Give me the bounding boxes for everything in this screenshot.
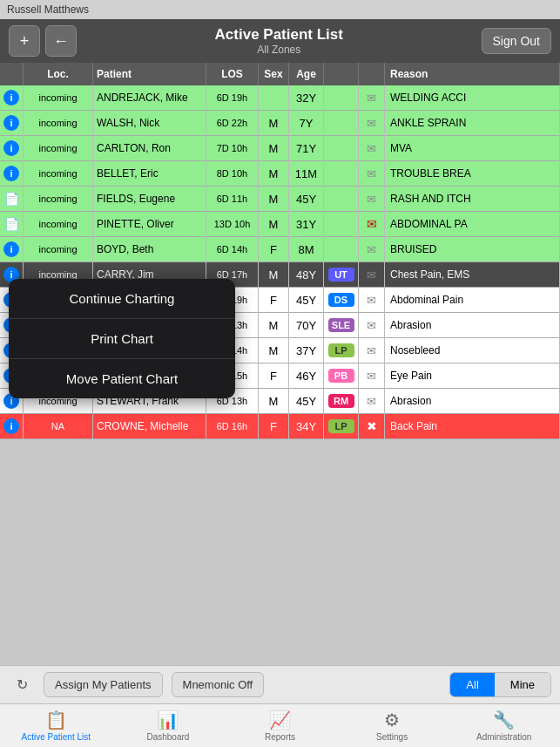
row-los: 8D 10h	[206, 161, 259, 187]
row-badge: PB	[324, 363, 359, 389]
row-age: 45Y	[289, 288, 324, 313]
mnemonic-off-button[interactable]: Mnemonic Off	[172, 672, 265, 697]
filter-mine-button[interactable]: Mine	[495, 673, 550, 696]
row-badge	[324, 85, 359, 111]
row-patient-name: BELLET, Eric	[93, 161, 206, 187]
tab-item-active-patient-list[interactable]: 📋Active Patient List	[0, 704, 112, 747]
row-badge: DS	[324, 288, 359, 313]
tab-item-reports[interactable]: 📈Reports	[224, 704, 336, 747]
row-age: 71Y	[289, 136, 324, 161]
sign-out-button[interactable]: Sign Out	[482, 28, 551, 54]
envelope-icon: ✉	[367, 344, 376, 357]
row-age: 11M	[289, 161, 324, 187]
info-icon: i	[3, 140, 19, 156]
info-icon: i	[3, 115, 19, 131]
row-age: 45Y	[289, 389, 324, 414]
user-bar: Russell Matthews	[0, 0, 560, 19]
tab-label: Administration	[476, 732, 531, 742]
move-patient-chart-item[interactable]: Move Patient Chart	[9, 359, 235, 398]
print-chart-item[interactable]: Print Chart	[9, 319, 235, 359]
user-name: Russell Matthews	[7, 3, 89, 16]
row-patient-name: CROWNE, Michelle	[93, 414, 206, 439]
row-icon: i	[0, 111, 24, 136]
row-chart-icon: ✉	[359, 85, 385, 111]
row-sex: M	[259, 212, 289, 237]
table-row[interactable]: iNACROWNE, Michelle6D 16hF34YLP✖Back Pai…	[0, 414, 560, 439]
tab-item-settings[interactable]: ⚙Settings	[336, 704, 449, 747]
table-row[interactable]: 📄incomingFIELDS, Eugene6D 11hM45Y✉RASH A…	[0, 187, 560, 212]
row-chart-icon: ✉	[359, 288, 385, 313]
tab-item-administration[interactable]: 🔧Administration	[448, 704, 560, 747]
row-age: 37Y	[289, 338, 324, 363]
add-button[interactable]: +	[9, 25, 40, 57]
col-header-indicator	[0, 63, 24, 85]
row-los: 6D 16h	[206, 414, 259, 439]
row-loc: NA	[24, 414, 93, 439]
row-chart-icon: ✉	[359, 262, 385, 288]
row-age: 32Y	[289, 85, 324, 111]
badge-label: LP	[328, 343, 354, 357]
row-reason: Chest Pain, EMS	[385, 262, 560, 288]
row-patient-name: FIELDS, Eugene	[93, 187, 206, 212]
header-left: + ←	[9, 25, 77, 57]
row-sex: M	[259, 187, 289, 212]
envelope-icon: ✉	[367, 92, 376, 105]
tab-icon: ⚙	[384, 710, 400, 730]
envelope-icon: ✉	[367, 268, 376, 282]
table-row[interactable]: 📄incomingPINETTE, Oliver13D 10hM31Y✉ABDO…	[0, 212, 560, 237]
badge-label: DS	[328, 293, 354, 307]
col-header-age: Age	[289, 63, 324, 85]
col-header-patient: Patient	[93, 63, 206, 85]
row-age: 31Y	[289, 212, 324, 237]
row-badge: UT	[324, 262, 359, 288]
table-row[interactable]: iincomingANDREJACK, Mike6D 19h32Y✉WELDIN…	[0, 85, 560, 111]
row-loc: incoming	[24, 161, 93, 187]
table-row[interactable]: iincomingBELLET, Eric8D 10hM11M✉TROUBLE …	[0, 161, 560, 187]
row-badge: RM	[324, 389, 359, 414]
table-row[interactable]: iincomingWALSH, Nick6D 22hM7Y✉ANKLE SPRA…	[0, 111, 560, 136]
row-sex: M	[259, 136, 289, 161]
col-header-sex: Sex	[259, 63, 289, 85]
back-button[interactable]: ←	[45, 25, 77, 57]
row-patient-name: CARLTON, Ron	[93, 136, 206, 161]
assign-my-patients-button[interactable]: Assign My Patients	[44, 672, 163, 697]
tab-icon: 📊	[157, 710, 179, 730]
row-loc: incoming	[24, 136, 93, 161]
info-icon: i	[3, 90, 19, 105]
filter-all-button[interactable]: All	[450, 673, 494, 696]
row-reason: WELDING ACCI	[385, 85, 560, 111]
envelope-icon: ✉	[367, 294, 376, 307]
row-icon: i	[0, 136, 24, 161]
row-reason: TROUBLE BREA	[385, 161, 560, 187]
row-reason: Eye Pain	[385, 363, 560, 389]
row-sex: M	[259, 262, 289, 288]
badge-label: RM	[328, 394, 354, 408]
badge-label: UT	[328, 268, 354, 282]
envelope-icon: ✉	[367, 370, 376, 383]
tab-icon: 📋	[45, 710, 67, 730]
row-loc: incoming	[24, 111, 93, 136]
tab-item-dashboard[interactable]: 📊Dashboard	[112, 704, 225, 747]
col-header-badge	[324, 63, 359, 85]
row-patient-name: PINETTE, Oliver	[93, 212, 206, 237]
table-row[interactable]: iincomingCARLTON, Ron7D 10hM71Y✉MVA	[0, 136, 560, 161]
row-icon: i	[0, 161, 24, 187]
table-row[interactable]: iincomingBOYD, Beth6D 14hF8M✉BRUISED	[0, 237, 560, 262]
row-chart-icon: ✖	[359, 414, 385, 439]
dropdown-menu: Continue Charting Print Chart Move Patie…	[9, 279, 235, 398]
row-chart-icon: ✉	[359, 313, 385, 338]
row-age: 45Y	[289, 187, 324, 212]
row-reason: Nosebleed	[385, 338, 560, 363]
row-los: 13D 10h	[206, 212, 259, 237]
row-icon: i	[0, 85, 24, 111]
col-header-reason: Reason	[385, 63, 560, 85]
col-header-los: LOS	[206, 63, 259, 85]
row-sex: F	[259, 414, 289, 439]
row-reason: BRUISED	[385, 237, 560, 262]
row-age: 46Y	[289, 363, 324, 389]
refresh-button[interactable]: ↻	[9, 672, 35, 698]
row-icon: i	[0, 414, 24, 439]
continue-charting-item[interactable]: Continue Charting	[9, 279, 235, 319]
row-reason: ABDOMINAL PA	[385, 212, 560, 237]
row-loc: incoming	[24, 187, 93, 212]
